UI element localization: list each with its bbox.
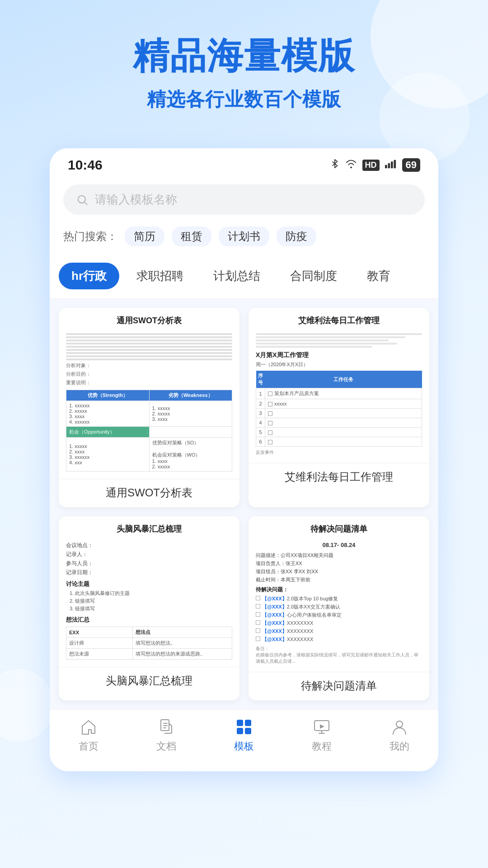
template-grid: 通用SWOT分析表 分析对象： 分析目的： 重要说明： <box>50 299 438 709</box>
svg-rect-7 <box>245 720 251 726</box>
hd-icon: HD <box>362 160 380 171</box>
nav-tutorials-label: 教程 <box>312 740 332 753</box>
signal-icon <box>385 159 397 171</box>
status-bar: 10:46 HD <box>50 148 438 177</box>
hero-section: 精品海量模版 精选各行业数百个模版 <box>0 0 488 130</box>
hot-tag-rental[interactable]: 租赁 <box>172 226 211 246</box>
phone-mockup: 10:46 HD <box>50 148 438 771</box>
nav-home[interactable]: 首页 <box>61 717 116 753</box>
search-bar[interactable]: 请输入模板名称 <box>63 184 425 215</box>
brainstorm-title: 头脑风暴汇总梳理 <box>66 524 232 537</box>
home-icon <box>79 717 99 737</box>
svg-rect-9 <box>245 728 251 734</box>
template-card-todo[interactable]: 待解决问题清单 08.17- 08.24 问题描述：公司XX项目XX相关问题 项… <box>249 516 429 700</box>
svg-rect-8 <box>237 728 243 734</box>
hot-search: 热门搜索： 简历 租赁 计划书 防疫 <box>50 219 438 254</box>
bluetooth-icon <box>330 159 340 171</box>
tutorials-icon <box>312 717 332 737</box>
search-section: 请输入模板名称 <box>50 177 438 219</box>
hot-tag-plan[interactable]: 计划书 <box>219 226 269 246</box>
nav-tutorials[interactable]: 教程 <box>295 717 349 753</box>
svg-rect-2 <box>391 161 393 168</box>
hot-tag-epidemic[interactable]: 防疫 <box>277 226 316 246</box>
nav-mine[interactable]: 我的 <box>372 717 427 753</box>
wifi-icon <box>345 159 357 171</box>
svg-point-11 <box>396 721 403 727</box>
aweili-title: 艾维利法每日工作管理 <box>256 315 422 329</box>
brainstorm-label: 头脑风暴汇总梳理 <box>59 667 239 695</box>
battery-icon: 69 <box>402 158 420 172</box>
status-icons: HD 69 <box>330 158 420 172</box>
nav-templates-label: 模板 <box>234 740 254 753</box>
bg-decoration-3 <box>0 669 54 741</box>
aweili-label: 艾维利法每日工作管理 <box>249 463 429 491</box>
template-card-brainstorm[interactable]: 头脑风暴汇总梳理 会议地点： 记录人： 参与人员： 记录日期： 讨论主题 1. … <box>59 516 239 700</box>
bottom-nav: 首页 文档 模板 <box>50 709 438 762</box>
nav-docs[interactable]: 文档 <box>139 717 193 753</box>
tab-job[interactable]: 求职招聘 <box>124 263 196 289</box>
template-preview-aweili: 艾维利法每日工作管理 X月第X周工作管理 周一（2020年X月X日） 序号 工作… <box>249 308 429 463</box>
nav-docs-label: 文档 <box>156 740 176 753</box>
template-preview-brainstorm: 头脑风暴汇总梳理 会议地点： 记录人： 参与人员： 记录日期： 讨论主题 1. … <box>59 516 239 667</box>
svg-rect-1 <box>388 163 390 168</box>
hot-search-label: 热门搜索： <box>63 229 117 244</box>
category-tabs: hr行政 求职招聘 计划总结 合同制度 教育 <box>50 254 438 299</box>
hot-tag-resume[interactable]: 简历 <box>125 226 164 246</box>
search-placeholder: 请输入模板名称 <box>95 192 177 208</box>
search-icon <box>76 193 89 206</box>
swot-title: 通用SWOT分析表 <box>66 315 232 329</box>
todo-label: 待解决问题清单 <box>249 672 429 700</box>
svg-rect-6 <box>237 720 243 726</box>
hero-title: 精品海量模版 <box>27 36 461 76</box>
tab-plan[interactable]: 计划总结 <box>201 263 273 289</box>
nav-templates[interactable]: 模板 <box>217 717 271 753</box>
tab-hr[interactable]: hr行政 <box>59 263 119 289</box>
template-card-aweili[interactable]: 艾维利法每日工作管理 X月第X周工作管理 周一（2020年X月X日） 序号 工作… <box>249 308 429 507</box>
swot-label: 通用SWOT分析表 <box>59 479 239 507</box>
mine-icon <box>389 717 409 737</box>
tab-contract[interactable]: 合同制度 <box>277 263 350 289</box>
template-preview-swot: 通用SWOT分析表 分析对象： 分析目的： 重要说明： <box>59 308 239 479</box>
tab-edu[interactable]: 教育 <box>354 263 403 289</box>
todo-title: 待解决问题清单 <box>256 524 422 537</box>
template-card-swot[interactable]: 通用SWOT分析表 分析对象： 分析目的： 重要说明： <box>59 308 239 507</box>
nav-home-label: 首页 <box>79 740 99 753</box>
template-preview-todo: 待解决问题清单 08.17- 08.24 问题描述：公司XX项目XX相关问题 项… <box>249 516 429 672</box>
status-time: 10:46 <box>68 157 103 173</box>
nav-mine-label: 我的 <box>389 740 409 753</box>
svg-rect-3 <box>394 160 396 169</box>
templates-icon <box>234 717 254 737</box>
docs-icon <box>156 717 176 737</box>
hero-subtitle: 精选各行业数百个模版 <box>27 87 461 112</box>
svg-rect-0 <box>385 165 387 168</box>
